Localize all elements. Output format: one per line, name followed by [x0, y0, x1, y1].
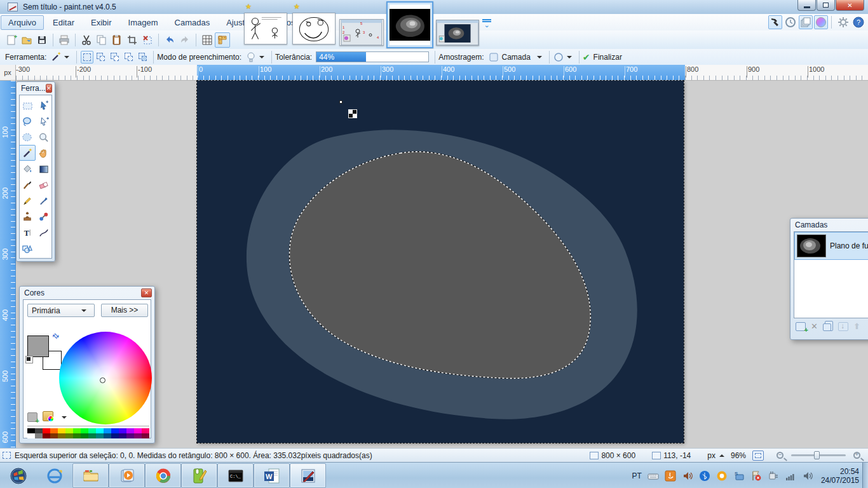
- palette-swatch[interactable]: [119, 433, 126, 438]
- unit-dropdown-caret[interactable]: [719, 454, 724, 457]
- tool-lasso-select[interactable]: [19, 113, 36, 129]
- menu-item-arquivo[interactable]: Arquivo: [1, 15, 44, 30]
- tool-dropdown-caret[interactable]: [64, 56, 69, 58]
- tool-eraser[interactable]: [36, 177, 52, 193]
- image-tab-gray-blob-image[interactable]: [386, 1, 433, 48]
- tool-text[interactable]: T: [19, 224, 36, 240]
- palette-swatch[interactable]: [111, 433, 119, 438]
- palette-swatch[interactable]: [43, 428, 50, 433]
- copy-button[interactable]: [94, 32, 109, 48]
- tool-rectangle-select[interactable]: [19, 97, 36, 113]
- tool-move-selected-pixels[interactable]: [36, 97, 52, 113]
- antialiasing-dropdown-caret[interactable]: [567, 56, 572, 58]
- palette-swatch[interactable]: [134, 428, 142, 433]
- zoom-to-window-button[interactable]: [752, 451, 764, 461]
- palette-swatch[interactable]: [126, 433, 134, 438]
- horizontal-ruler[interactable]: -300-200-1000100200300400500600700800900…: [16, 65, 868, 81]
- image-tab-stick-figure-drawing[interactable]: [244, 13, 287, 44]
- volume-icon[interactable]: [682, 470, 693, 482]
- tool-shapes[interactable]: [19, 240, 36, 256]
- tools-window-toggle[interactable]: [768, 15, 782, 29]
- tool-clone-stamp[interactable]: [19, 208, 36, 224]
- java-icon[interactable]: [665, 470, 676, 482]
- history-window-toggle[interactable]: [783, 15, 797, 29]
- tolerance-slider[interactable]: 44%: [316, 51, 429, 62]
- tool-recolor[interactable]: [36, 208, 52, 224]
- help-button[interactable]: ?: [851, 15, 865, 29]
- palette-dropdown-caret[interactable]: [62, 416, 67, 419]
- crop-button[interactable]: [125, 32, 140, 48]
- menu-item-editar[interactable]: Editar: [45, 15, 82, 30]
- taskbar-command-prompt[interactable]: C:\_: [217, 463, 254, 488]
- palette-swatch[interactable]: [104, 428, 111, 433]
- restore-button[interactable]: [817, 0, 835, 11]
- selection-mode-add[interactable]: [95, 51, 107, 64]
- taskbar-windows-explorer[interactable]: [72, 463, 109, 488]
- delete-layer-button[interactable]: ✕: [811, 322, 818, 331]
- color-mode-select[interactable]: Primária: [27, 304, 95, 317]
- image-tab-screenshot-annotated[interactable]: 51234: [339, 19, 384, 46]
- selection-mode-intersect[interactable]: [123, 51, 135, 64]
- palette-swatch[interactable]: [73, 428, 81, 433]
- layer-row-background[interactable]: Plano de fun: [794, 232, 868, 260]
- action-center-flag-icon[interactable]: [750, 470, 762, 482]
- palette-swatch[interactable]: [142, 433, 149, 438]
- save-button[interactable]: [34, 32, 50, 48]
- image-tab-screenshot-dark-canvas[interactable]: [436, 20, 479, 46]
- zoom-slider[interactable]: [791, 454, 846, 456]
- update-icon[interactable]: [716, 470, 728, 482]
- palette-swatch[interactable]: [50, 433, 58, 438]
- palette-swatch[interactable]: [81, 433, 88, 438]
- palette-swatch[interactable]: [126, 428, 134, 433]
- tool-ellipse-select[interactable]: [19, 129, 36, 145]
- zoom-slider-thumb[interactable]: [814, 451, 820, 459]
- tool-pencil[interactable]: [19, 193, 36, 208]
- taskbar-paint-net[interactable]: [290, 463, 326, 488]
- palette-swatch[interactable]: [96, 433, 104, 438]
- settings-button[interactable]: [836, 15, 850, 29]
- menu-item-imagem[interactable]: Imagem: [121, 15, 166, 30]
- undo-button[interactable]: [162, 32, 177, 48]
- tools-window-close-icon[interactable]: ✕: [46, 84, 52, 93]
- tool-paintbrush[interactable]: [19, 177, 36, 193]
- finish-button[interactable]: Finalizar: [593, 53, 622, 62]
- layers-window-toggle[interactable]: [799, 15, 813, 29]
- taskbar-internet-explorer[interactable]: [36, 463, 72, 488]
- merge-layer-down-button[interactable]: ↓: [838, 322, 848, 331]
- add-layer-button[interactable]: +: [796, 322, 806, 331]
- unit-selector[interactable]: px: [707, 451, 715, 460]
- colors-window-toggle[interactable]: [814, 15, 828, 29]
- palette-swatch[interactable]: [58, 428, 65, 433]
- taskbar-chrome[interactable]: [145, 463, 181, 488]
- tool-move-selection[interactable]: [36, 113, 52, 129]
- palette-swatch[interactable]: [50, 428, 58, 433]
- zoom-in-icon[interactable]: +: [853, 452, 860, 459]
- palette-manager-icon[interactable]: [43, 411, 53, 421]
- language-indicator[interactable]: PT: [632, 471, 642, 480]
- new-document-button[interactable]: +: [4, 32, 19, 48]
- paste-button[interactable]: [109, 32, 125, 48]
- speaker-icon[interactable]: [802, 470, 813, 482]
- palette-swatch[interactable]: [142, 428, 149, 433]
- selection-mode-subtract[interactable]: [109, 51, 121, 64]
- minimize-button[interactable]: [797, 0, 816, 11]
- default-colors-icon[interactable]: [25, 356, 33, 363]
- colors-window-close-icon[interactable]: ✕: [141, 288, 152, 297]
- more-colors-button[interactable]: Mais >>: [101, 304, 148, 317]
- signal-bars-icon[interactable]: [785, 470, 796, 482]
- bluetooth-icon[interactable]: [699, 470, 710, 482]
- taskbar-word[interactable]: W: [254, 463, 290, 488]
- color-wheel[interactable]: [59, 332, 152, 424]
- canvas[interactable]: [197, 81, 684, 443]
- palette-swatch[interactable]: [96, 428, 104, 433]
- palette-swatch[interactable]: [81, 428, 88, 433]
- power-plug-icon[interactable]: [768, 470, 779, 482]
- taskbar-media-player[interactable]: [109, 463, 145, 488]
- zoom-out-icon[interactable]: –: [776, 452, 783, 459]
- clock[interactable]: 20:54 24/07/2015: [821, 467, 859, 485]
- palette-swatch[interactable]: [27, 428, 35, 433]
- tool-gradient[interactable]: [36, 161, 52, 177]
- palette-swatch[interactable]: [65, 433, 73, 438]
- palette-swatch[interactable]: [134, 433, 142, 438]
- ruler-toggle-button[interactable]: [215, 32, 230, 48]
